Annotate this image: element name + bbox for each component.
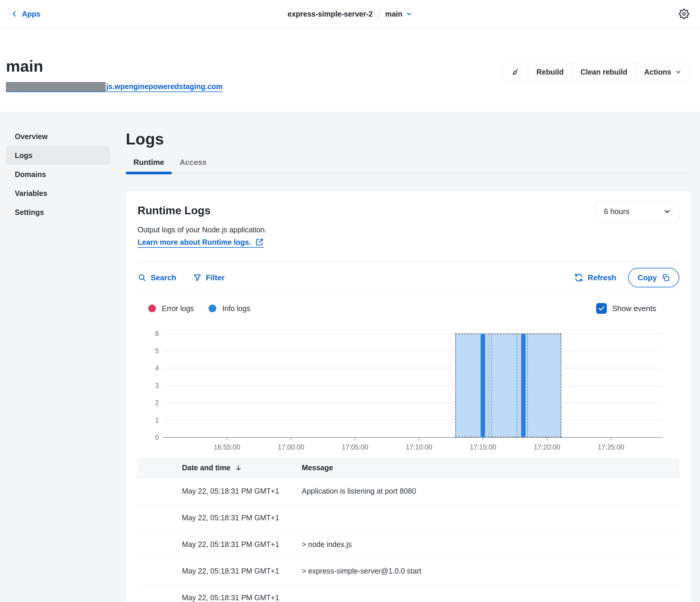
logs-table: Date and time Message May 22, 05:18:31 P… — [138, 458, 679, 602]
search-label: Search — [151, 273, 176, 282]
copy-label: Copy — [638, 273, 657, 282]
url-redaction-overlay — [6, 82, 106, 92]
filter-funnel-icon — [193, 273, 202, 282]
table-row[interactable]: May 22, 05:18:31 PM GMT+1> express-simpl… — [138, 558, 679, 584]
clean-rebuild-button[interactable]: Clean rebuild — [572, 63, 635, 81]
x-tick-mark — [227, 437, 227, 440]
back-chevron-icon — [11, 10, 18, 18]
logs-frequency-chart: 0123456 16:55:0017:00:0017:05:0017:10:00… — [138, 334, 679, 456]
filter-button[interactable]: Filter — [193, 273, 225, 282]
row-date: May 22, 05:18:31 PM GMT+1 — [182, 513, 302, 522]
actions-menu-button[interactable]: Actions — [635, 63, 690, 81]
tab-access[interactable]: Access — [172, 158, 214, 173]
event-line — [491, 334, 492, 437]
event-line — [517, 334, 517, 437]
y-tick-label: 6 — [155, 330, 159, 338]
filter-label: Filter — [206, 273, 225, 282]
divider — [138, 292, 679, 293]
gridline — [163, 403, 662, 403]
search-button[interactable]: Search — [138, 273, 176, 282]
x-tick-label: 16:55:00 — [214, 443, 241, 451]
gridline — [163, 351, 662, 351]
table-row[interactable]: May 22, 05:18:31 PM GMT+1Application is … — [138, 478, 679, 505]
y-tick-label: 2 — [155, 399, 159, 407]
x-tick-label: 17:10:00 — [406, 443, 432, 451]
back-to-apps-link[interactable]: Apps — [11, 10, 41, 18]
sidebar-item-variables[interactable]: Variables — [6, 184, 110, 203]
breadcrumb-separator — [377, 7, 381, 20]
refresh-button[interactable]: Refresh — [574, 273, 616, 282]
clean-cache-button[interactable] — [502, 63, 528, 81]
logs-page-title: Logs — [126, 130, 691, 147]
gridline — [163, 368, 662, 368]
row-date: May 22, 05:18:31 PM GMT+1 — [182, 540, 302, 549]
events-highlight-region[interactable] — [455, 334, 561, 437]
copy-icon — [661, 273, 670, 282]
row-message: > node index.js — [302, 540, 679, 549]
x-tick-label: 17:00:00 — [278, 443, 304, 451]
breadcrumb: express-simple-server-2 main — [288, 7, 412, 20]
rebuild-button[interactable]: Rebuild — [528, 63, 572, 81]
chevron-down-icon — [406, 11, 412, 17]
table-row[interactable]: May 22, 05:18:31 PM GMT+1 — [138, 584, 679, 602]
sidebar-item-logs[interactable]: Logs — [6, 146, 110, 165]
legend-item-error-logs: Error logs — [148, 304, 194, 313]
logs-toolbar: Search Filter Refresh — [138, 267, 679, 288]
url-visible-text: js.wpenginepoweredstaging.com — [106, 81, 223, 92]
table-row[interactable]: May 22, 05:18:31 PM GMT+1> node index.js — [138, 531, 679, 558]
date-column-label: Date and time — [182, 463, 230, 472]
x-tick-label: 17:25:00 — [598, 443, 624, 451]
learn-more-link[interactable]: Learn more about Runtime logs. — [138, 238, 264, 248]
back-label: Apps — [22, 10, 41, 18]
sidebar-item-overview[interactable]: Overview — [6, 127, 110, 146]
event-line — [488, 334, 489, 437]
copy-button[interactable]: Copy — [628, 268, 679, 287]
time-range-value: 6 hours — [604, 207, 630, 216]
sidebar-item-domains[interactable]: Domains — [6, 165, 110, 184]
tab-runtime[interactable]: Runtime — [126, 158, 172, 173]
show-events-toggle[interactable]: Show events — [596, 303, 656, 314]
row-message: > express-simple-server@1.0.0 start — [302, 567, 679, 575]
time-range-dropdown[interactable]: 6 hours — [596, 200, 679, 222]
legend-dot — [148, 305, 156, 312]
rebuild-label: Rebuild — [536, 68, 564, 76]
sidebar-item-settings[interactable]: Settings — [6, 203, 110, 222]
logs-table-header: Date and time Message — [138, 458, 679, 478]
broom-icon — [511, 68, 520, 76]
clean-rebuild-label: Clean rebuild — [580, 68, 627, 76]
message-column-label: Message — [302, 463, 333, 472]
environment-url-link[interactable]: js.wpenginepoweredstaging.com — [6, 81, 223, 92]
divider — [138, 262, 679, 262]
column-header-date[interactable]: Date and time — [182, 463, 302, 472]
x-tick-label: 17:20:00 — [534, 443, 560, 451]
card-title: Runtime Logs — [138, 203, 267, 218]
y-tick-label: 5 — [155, 347, 159, 355]
table-row[interactable]: May 22, 05:18:31 PM GMT+1 — [138, 505, 679, 531]
event-line — [527, 334, 528, 437]
logs-tabs: RuntimeAccess — [126, 158, 691, 173]
gridline — [163, 385, 662, 386]
content-area: OverviewLogsDomainsVariablesSettings Log… — [0, 112, 700, 602]
settings-gear-icon[interactable] — [679, 8, 689, 19]
legend-label: Error logs — [162, 304, 194, 313]
x-tick-mark — [547, 437, 547, 440]
sort-descending-icon — [234, 464, 242, 472]
x-tick-label: 17:05:00 — [342, 443, 368, 451]
chart-legend: Error logsInfo logs — [148, 304, 265, 313]
chart-plot-area: 16:55:0017:00:0017:05:0017:10:0017:15:00… — [163, 334, 662, 437]
breadcrumb-app[interactable]: express-simple-server-2 — [288, 10, 373, 18]
show-events-checkbox[interactable] — [596, 303, 607, 314]
environment-actions-button-group: Rebuild Clean rebuild Actions — [502, 63, 690, 81]
x-tick-mark — [611, 437, 611, 440]
breadcrumb-env: main — [385, 10, 402, 18]
breadcrumb-env-selector[interactable]: main — [385, 10, 412, 18]
card-description: Output logs of your Node.js application. — [138, 225, 267, 234]
refresh-label: Refresh — [588, 273, 616, 282]
row-message: Application is listening at port 8080 — [302, 487, 679, 496]
x-tick-mark — [419, 437, 419, 440]
x-tick-mark — [355, 437, 355, 440]
row-date: May 22, 05:18:31 PM GMT+1 — [182, 567, 302, 575]
top-bar: Apps express-simple-server-2 main — [0, 0, 700, 28]
gridline — [163, 420, 662, 420]
external-link-icon — [255, 238, 264, 246]
